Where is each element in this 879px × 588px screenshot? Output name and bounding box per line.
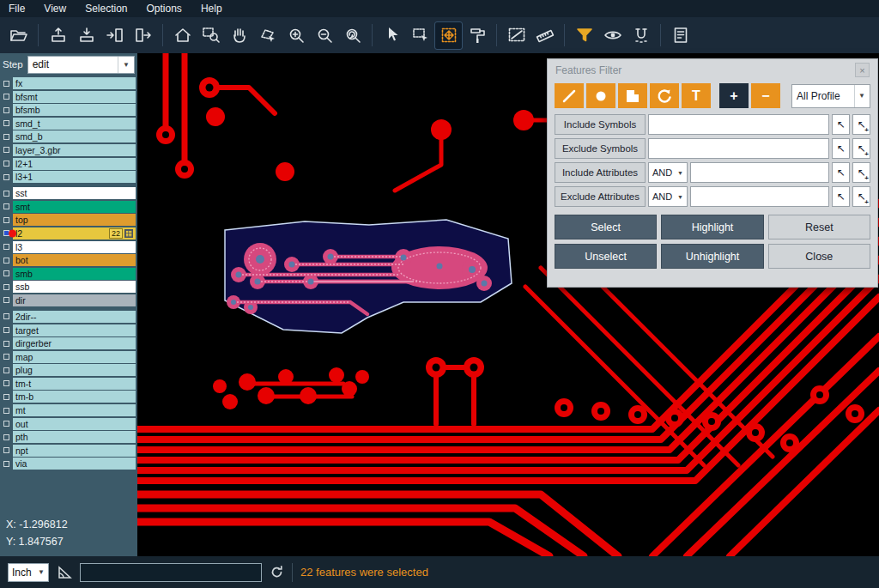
layer-cell[interactable]: ssb (13, 281, 136, 293)
layer-visibility-checkbox[interactable] (0, 118, 13, 130)
layer-visibility-checkbox[interactable] (0, 431, 13, 443)
text-feature-button[interactable]: T (682, 83, 711, 108)
pick-symbol-icon[interactable]: ↖ (832, 114, 850, 135)
layer-cell[interactable]: dirgerber (13, 337, 136, 349)
grid-icon[interactable] (124, 229, 133, 238)
include-attributes-operator-select[interactable]: AND ▼ (648, 162, 688, 183)
visibility-eye-icon[interactable] (599, 22, 626, 49)
zoom-out-icon[interactable] (311, 22, 337, 49)
pick-add-symbol-icon[interactable]: ↖+ (852, 114, 870, 135)
layer-cell[interactable]: top (13, 214, 136, 226)
close-button[interactable]: Close (768, 244, 870, 269)
layer-cell[interactable]: tm-b (13, 391, 136, 403)
export-up-icon[interactable] (45, 22, 71, 49)
pick-add-attribute-icon[interactable]: ↖+ (852, 186, 870, 207)
paint-fill-icon[interactable] (464, 22, 490, 49)
layer-row-bot[interactable]: bot (0, 254, 137, 266)
refresh-icon[interactable] (270, 565, 284, 579)
step-select[interactable]: edit ▼ (27, 56, 135, 74)
layer-visibility-checkbox[interactable] (0, 458, 13, 470)
home-icon[interactable] (169, 22, 196, 49)
pick-add-symbol-icon[interactable]: ↖+ (852, 138, 870, 159)
line-select-icon[interactable] (503, 22, 530, 49)
layer-cell[interactable]: out (13, 418, 136, 430)
layer-visibility-checkbox[interactable] (0, 281, 13, 293)
layer-row-map[interactable]: map (0, 351, 137, 363)
layer-visibility-checkbox[interactable] (0, 144, 13, 156)
include-symbols-button[interactable]: Include Symbols (555, 114, 646, 135)
layer-cell[interactable]: fx (13, 77, 136, 89)
layer-row-l3[interactable]: l3 (0, 241, 137, 253)
layer-row-bfsmt[interactable]: bfsmt (0, 91, 137, 103)
layer-cell[interactable]: layer_3.gbr (13, 144, 136, 156)
layer-row-npt[interactable]: npt (0, 445, 137, 457)
layer-visibility-checkbox[interactable] (0, 187, 13, 199)
layer-visibility-checkbox[interactable] (0, 268, 13, 280)
menu-file[interactable]: File (9, 3, 25, 15)
surface-feature-button[interactable] (618, 83, 647, 108)
include-symbols-input[interactable] (648, 114, 829, 135)
notes-list-icon[interactable] (667, 22, 694, 49)
menu-help[interactable]: Help (201, 3, 222, 15)
layer-cell[interactable]: smb (13, 268, 136, 280)
layer-visibility-checkbox[interactable] (0, 214, 13, 226)
layer-cell[interactable]: via (13, 458, 136, 470)
pad-feature-button[interactable] (586, 83, 615, 108)
layer-row-2dir--[interactable]: 2dir-- (0, 311, 137, 323)
layer-visibility-checkbox[interactable] (0, 324, 13, 336)
exclude-attributes-button[interactable]: Exclude Attributes (555, 186, 646, 207)
layer-row-tm-b[interactable]: tm-b (0, 391, 137, 403)
layer-cell[interactable]: map (13, 351, 136, 363)
angle-measure-icon[interactable] (57, 565, 72, 580)
command-input[interactable] (80, 563, 262, 582)
layer-visibility-checkbox[interactable] (0, 254, 13, 266)
layer-visibility-checkbox[interactable] (0, 391, 13, 403)
negative-polarity-button[interactable]: − (751, 83, 780, 108)
features-filter-icon[interactable] (571, 22, 597, 49)
layer-cell[interactable]: 2dir-- (13, 311, 136, 323)
import-left-icon[interactable] (101, 22, 128, 49)
layer-cell[interactable]: plug (13, 364, 136, 376)
exclude-symbols-input[interactable] (648, 138, 829, 159)
layer-cell[interactable]: tm-t (13, 378, 136, 390)
layer-visibility-checkbox[interactable] (0, 418, 13, 430)
lasso-select-icon[interactable] (254, 22, 281, 49)
layer-visibility-checkbox[interactable] (0, 351, 13, 363)
layer-row-ssb[interactable]: ssb (0, 281, 137, 293)
layer-row-smt[interactable]: smt (0, 201, 137, 213)
layer-visibility-checkbox[interactable] (0, 77, 13, 89)
positive-polarity-button[interactable]: + (719, 83, 749, 108)
menu-view[interactable]: View (44, 3, 66, 15)
layer-row-out[interactable]: out (0, 418, 137, 430)
layer-cell[interactable]: l3 (13, 241, 136, 253)
layer-row-top[interactable]: top (0, 214, 137, 226)
layer-visibility-checkbox[interactable] (0, 171, 13, 183)
layer-row-via[interactable]: via (0, 458, 137, 470)
layer-cell[interactable]: npt (13, 445, 136, 457)
layer-cell[interactable]: smt (13, 201, 136, 213)
layer-visibility-checkbox[interactable] (0, 227, 13, 239)
layer-cell[interactable]: bfsmt (13, 91, 136, 103)
snap-magnet-icon[interactable] (627, 22, 654, 49)
layer-row-fx[interactable]: fx (0, 77, 137, 89)
pick-add-attribute-icon[interactable]: ↖+ (852, 162, 870, 183)
layer-visibility-checkbox[interactable] (0, 378, 13, 390)
layer-row-dir[interactable]: dir (0, 294, 137, 306)
transform-select-icon[interactable] (435, 22, 462, 49)
line-feature-button[interactable] (555, 83, 584, 108)
layer-visibility-checkbox[interactable] (0, 130, 13, 142)
layer-row-sst[interactable]: sst (0, 187, 137, 199)
pan-hand-icon[interactable] (226, 22, 252, 49)
layer-cell[interactable]: sst (13, 187, 136, 199)
exclude-attributes-input[interactable] (690, 186, 829, 207)
unit-select[interactable]: Inch ▼ (8, 563, 49, 582)
layer-row-l3+1[interactable]: l3+1 (0, 171, 137, 183)
layer-cell[interactable]: dir (13, 294, 136, 306)
layer-cell[interactable]: pth (13, 431, 136, 443)
layer-row-l2[interactable]: l222 (0, 227, 137, 239)
zoom-in-icon[interactable] (282, 22, 309, 49)
layer-cell[interactable]: bot (13, 254, 136, 266)
layer-row-smb[interactable]: smb (0, 268, 137, 280)
zoom-area-icon[interactable] (197, 22, 224, 49)
layer-cell[interactable]: l2+1 (13, 158, 136, 170)
